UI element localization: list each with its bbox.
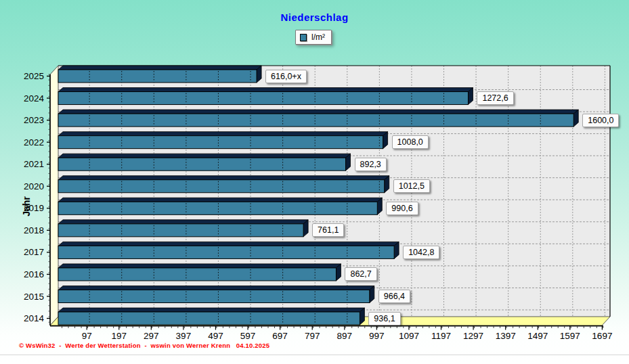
chart-window: Niederschlag l/m² Jahr 97197297397497597… — [0, 0, 629, 364]
bar-2025 — [58, 66, 261, 83]
copyright-text: © WsWin32 - Werte der Wetterstation - ws… — [19, 342, 269, 349]
y-tick-label: 2022 — [24, 137, 44, 147]
wall-3d — [50, 66, 58, 325]
x-tick-label: 497 — [208, 331, 223, 341]
x-tick-label: 397 — [176, 331, 192, 341]
y-tick-label: 2018 — [24, 225, 44, 235]
x-tick-label: 597 — [240, 331, 256, 341]
bar-2022 — [58, 132, 388, 149]
bar-2021 — [58, 154, 351, 170]
y-tick-label: 2019 — [24, 203, 44, 213]
bar-2014 — [58, 308, 364, 325]
x-tick-label: 1497 — [527, 331, 548, 341]
x-tick-label: 197 — [111, 331, 127, 341]
x-tick-label: 997 — [369, 331, 385, 341]
bar-2016 — [58, 264, 341, 281]
bar-2015 — [58, 286, 374, 303]
bar-2024 — [58, 88, 473, 105]
x-tick-label: 297 — [144, 331, 159, 341]
bar-2020 — [58, 176, 389, 193]
x-tick-label: 1297 — [463, 331, 483, 341]
y-tick-label: 2024 — [24, 93, 45, 104]
y-tick-label: 2014 — [24, 313, 45, 323]
bar-2017 — [58, 242, 399, 258]
x-tick-label: 97 — [82, 331, 92, 341]
footer-divider — [0, 355, 629, 355]
bar-2023 — [58, 110, 578, 127]
x-tick-label: 1597 — [560, 331, 580, 341]
y-tick-label: 2021 — [24, 159, 44, 169]
x-tick-label: 1397 — [496, 331, 516, 341]
y-tick-label: 2025 — [24, 71, 44, 81]
y-tick-label: 2023 — [24, 115, 44, 125]
y-tick-label: 2020 — [24, 181, 44, 191]
y-tick-label: 2015 — [24, 292, 44, 302]
plot-area: 9719729739749759769779789799710971197129… — [0, 0, 629, 364]
x-tick-label: 1197 — [431, 331, 451, 341]
x-tick-label: 797 — [305, 331, 320, 341]
bar-2019 — [58, 198, 382, 214]
x-tick-label: 697 — [272, 331, 288, 341]
y-tick-label: 2016 — [24, 269, 44, 279]
bar-2018 — [58, 220, 308, 237]
y-tick-label: 2017 — [24, 247, 44, 257]
x-tick-label: 1697 — [592, 331, 612, 341]
x-tick-label: 1097 — [399, 331, 419, 341]
x-tick-label: 897 — [337, 331, 353, 341]
